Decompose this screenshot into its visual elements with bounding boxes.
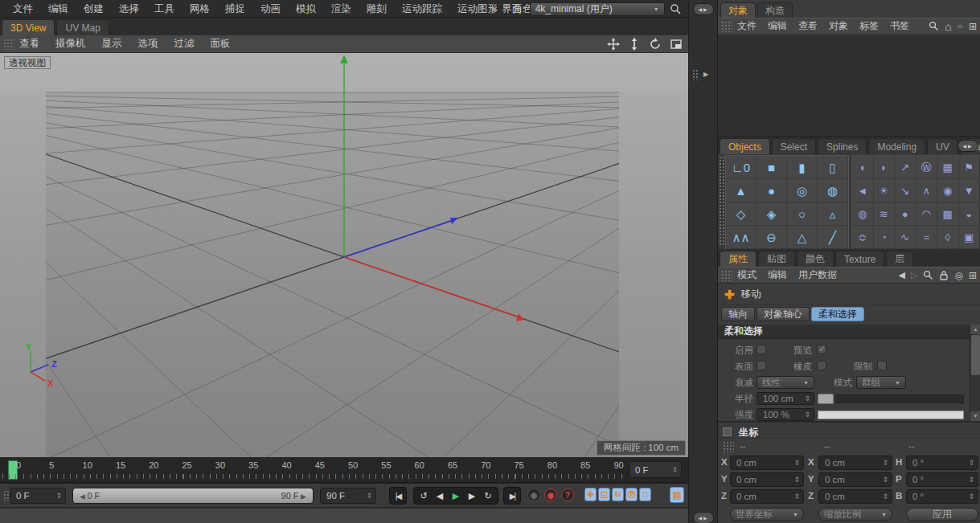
goto-end-button[interactable]: ▶| (503, 487, 521, 505)
record-scale-toggle[interactable]: ◱ (598, 488, 610, 501)
object-list[interactable] (718, 35, 980, 137)
strength-field[interactable]: 100 %⇕ (757, 408, 814, 421)
end-frame-field[interactable]: 90 F⇕ (320, 488, 376, 504)
attribute-menu-item[interactable]: 模式 (737, 268, 757, 282)
menubar-item[interactable]: 模拟 (296, 2, 316, 16)
history-back-icon[interactable]: ◀ (899, 270, 905, 280)
attribute-menu-item[interactable]: 编辑 (768, 268, 787, 282)
spinner-icon[interactable]: ⇕ (55, 492, 62, 500)
view-tab-uv-map[interactable]: UV Map (56, 19, 109, 35)
torus-icon[interactable]: ○ (787, 202, 818, 226)
drag-grip[interactable] (3, 39, 14, 50)
tool-tab-柔和选择[interactable]: 柔和选择 (811, 307, 864, 321)
viewport-menu-item[interactable]: 面板 (211, 37, 231, 51)
spinner-icon[interactable]: ⇕ (968, 459, 974, 467)
object-menu-item[interactable]: 书签 (890, 19, 909, 33)
drag-grip[interactable] (692, 69, 699, 80)
attribute-tab-贴图[interactable]: 贴图 (758, 251, 795, 267)
bulge-deformer-icon[interactable]: ◗ (874, 156, 896, 179)
menubar-item[interactable]: 渲染 (331, 2, 351, 16)
autokey-button[interactable]: ? (561, 488, 574, 501)
limit-checkbox[interactable] (877, 361, 887, 370)
cylinder-icon[interactable]: ▮ (787, 156, 818, 179)
flag-deformer-icon[interactable]: ⚑ (959, 156, 980, 179)
wrap-deformer-icon[interactable]: ◍ (852, 202, 874, 226)
next-frame-button[interactable]: ▶ (464, 488, 480, 504)
history-forward-icon[interactable]: ▷ (911, 270, 917, 280)
pan-view-icon[interactable] (606, 37, 621, 51)
frame-range-slider[interactable]: ◀ 0 F 90 F ▶ (72, 488, 314, 504)
object-menu-item[interactable]: 标签 (859, 19, 879, 33)
viewport-menu-item[interactable]: 选项 (138, 37, 158, 51)
drag-grip[interactable] (719, 156, 724, 246)
coordinate-field[interactable]: 0 cm⇕ (730, 489, 804, 504)
timeline-ruler[interactable]: 051015202530354045505560657075808590 0 F… (0, 458, 688, 484)
landscape-icon[interactable]: ∧∧ (726, 226, 757, 249)
correction-deformer-icon[interactable]: ▣ (959, 226, 980, 249)
coordinate-field[interactable]: 0 cm⇕ (818, 456, 892, 470)
palette-tab-uv[interactable]: UV (927, 138, 958, 154)
manager-tab-构造[interactable]: 构造 (757, 2, 793, 18)
preview-checkbox[interactable] (817, 345, 826, 354)
expand-icon[interactable]: ▶ (703, 71, 708, 78)
viewport-menu-item[interactable]: 显示 (102, 37, 122, 51)
lock-icon[interactable] (939, 270, 949, 280)
sphere-icon[interactable]: ● (757, 179, 787, 202)
capsule-icon[interactable]: ▯ (818, 156, 848, 179)
strength-slider-track[interactable] (818, 411, 964, 419)
add-panel-icon[interactable]: ⊞ (969, 22, 977, 31)
oil-tank-icon[interactable]: ◍ (818, 179, 848, 202)
viewport-menu-item[interactable]: 摄像机 (55, 37, 86, 51)
arc-deformer-icon[interactable]: ◠ (916, 202, 938, 226)
home-icon[interactable]: ⌂ (945, 21, 951, 32)
palette-tab-select[interactable]: Select (772, 138, 816, 154)
jiggle-deformer-icon[interactable]: ◉ (937, 179, 959, 202)
plane-icon[interactable]: ◇ (726, 202, 757, 226)
camera-deformer-icon[interactable]: ▦ (937, 156, 959, 179)
coordinate-field[interactable]: 0 cm⇕ (730, 456, 804, 470)
bend-deformer-icon[interactable]: ◖ (852, 156, 874, 179)
viewport-menu-item[interactable]: 查看 (19, 37, 39, 51)
attribute-menu-item[interactable]: 用户数据 (798, 268, 837, 282)
shrink-wrap-deformer-icon[interactable]: ▩ (937, 202, 959, 226)
radius-field[interactable]: 100 cm⇕ (757, 392, 814, 405)
rotate-view-icon[interactable] (648, 37, 662, 51)
wave-deformer-icon[interactable]: ∿ (895, 226, 916, 249)
morph-deformer-icon[interactable]: ↗ (895, 156, 916, 179)
explosion-deformer-icon[interactable]: ☀ (874, 179, 896, 202)
coordinate-field[interactable]: 0 cm⇕ (730, 472, 804, 487)
object-menu-item[interactable]: 编辑 (768, 19, 787, 33)
interface-dropdown[interactable]: 4k_minimal (用户) ▼ (530, 2, 665, 16)
prev-frame-button[interactable]: ◀ (432, 488, 448, 504)
record-keyframe-button[interactable]: ◉ (527, 488, 540, 501)
frame-spinner-field[interactable]: 0 F⇕ (629, 461, 682, 478)
menubar-item[interactable]: 创建 (84, 2, 104, 16)
attribute-tab-texture[interactable]: Texture (835, 251, 884, 267)
search-icon[interactable] (929, 21, 939, 31)
tube-icon[interactable]: ◎ (787, 179, 818, 202)
menubar-item[interactable]: 捕捉 (225, 2, 245, 16)
spike-icon[interactable]: ▵ (818, 202, 848, 226)
next-key-button[interactable]: ↻ (480, 488, 496, 504)
tool-tab-轴向[interactable]: 轴向 (721, 307, 755, 321)
cone-icon[interactable]: △ (787, 226, 818, 249)
object-menu-item[interactable]: 对象 (829, 19, 848, 33)
radius-slider-handle[interactable] (818, 394, 834, 404)
spinner-icon[interactable]: ⇕ (793, 476, 800, 484)
record-rotation-toggle[interactable]: ↻ (612, 488, 624, 501)
goto-start-button[interactable]: |◀ (389, 487, 407, 505)
section-header[interactable]: 坐标 (718, 424, 980, 439)
spinner-icon[interactable]: ⇕ (804, 394, 810, 402)
spinner-icon[interactable]: ⇕ (671, 466, 678, 474)
apply-button[interactable]: 应用 (906, 508, 978, 521)
zoom-view-icon[interactable] (627, 37, 642, 51)
camera-view-label[interactable]: 透视视图 (4, 56, 51, 69)
pyramid-icon[interactable]: ▲ (726, 179, 757, 202)
spinner-icon[interactable]: ⇕ (968, 492, 974, 501)
collapse-toggle[interactable]: ◀▶ (693, 512, 714, 523)
keyframe-selection-button[interactable]: ◉ (544, 488, 557, 501)
falloff-dropdown[interactable]: 线性▼ (757, 376, 814, 389)
viewport-3d[interactable]: 透视视图 网格间距 : 100 cm Y Z X (0, 53, 688, 458)
line-spline-icon[interactable]: ╱ (818, 226, 848, 249)
menubar-item[interactable]: 运动跟踪 (402, 2, 442, 16)
